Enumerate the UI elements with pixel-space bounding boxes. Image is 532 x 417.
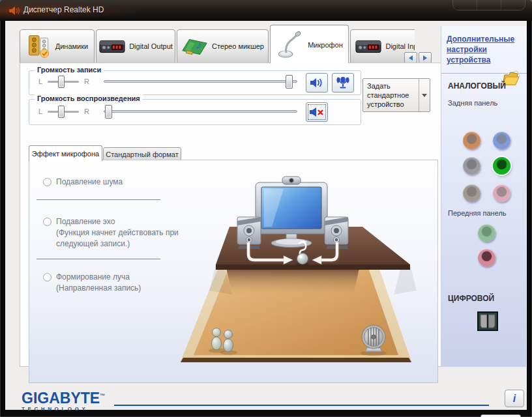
front-pink-jack[interactable]	[478, 249, 495, 266]
rear-panel-label: Задняя панель	[448, 99, 497, 107]
mic-effect-panel: Подавление шума Подавление эхо (Функция …	[29, 160, 438, 383]
gigabyte-logo: GIGABYTE™ TECHNOLOGY	[22, 389, 113, 412]
rear-blue-jack[interactable]	[493, 132, 510, 149]
brand-text: GIGABYTE	[22, 390, 100, 407]
minimize-button[interactable]	[453, 0, 477, 10]
arrow-right-icon	[423, 55, 427, 61]
rear-gray-jack[interactable]	[463, 157, 480, 175]
app-speaker-icon	[8, 6, 20, 16]
footer-divider-line	[114, 405, 489, 406]
content-area: Динамики Digital Output	[5, 21, 527, 410]
arrow-left-icon	[409, 55, 413, 61]
subtab-mic-effect[interactable]: Эффект микрофона	[29, 145, 102, 161]
tab-scroll-right-button[interactable]	[419, 52, 432, 63]
tab-microphone[interactable]: Микрофон	[270, 25, 349, 63]
subtab-label: Стандартный формат	[106, 151, 178, 158]
close-button[interactable]	[501, 0, 525, 10]
title-bar[interactable]: Диспетчер Realtek HD	[0, 0, 532, 21]
tab-scroll-left-button[interactable]	[404, 52, 417, 63]
window-title: Диспетчер Realtek HD	[23, 5, 104, 14]
room-illustration	[29, 160, 437, 382]
chevron-down-icon	[422, 94, 427, 97]
subtab-default-format[interactable]: Стандартный формат	[103, 147, 181, 161]
ok-button[interactable]: OK	[480, 414, 521, 417]
digital-input-icon	[355, 33, 382, 59]
speaker-waves-icon	[310, 77, 324, 89]
connector-sidebar: Дополнительные настройки устройства АНАЛ…	[441, 26, 526, 367]
tab-label: Стерео микшер	[212, 42, 264, 50]
tab-label: Digital Input	[385, 42, 415, 50]
group-title: Громкость записи	[35, 66, 104, 74]
recording-balance-slider[interactable]	[48, 81, 79, 83]
playback-monitor-button[interactable]	[306, 73, 328, 93]
rear-green-jack[interactable]	[493, 157, 510, 175]
set-default-label: Задать стандартное устройство	[363, 79, 419, 111]
device-advanced-settings-link[interactable]: Дополнительные настройки устройства	[447, 34, 520, 65]
tab-digital-output[interactable]: Digital Output	[96, 29, 175, 63]
set-default-device-button[interactable]: Задать стандартное устройство	[362, 78, 430, 112]
realtek-hd-manager-window: Диспетчер Realtek HD	[0, 0, 532, 417]
volume-thumb[interactable]	[105, 105, 112, 119]
tab-speakers[interactable]: Динамики	[20, 29, 95, 63]
playback-volume-slider[interactable]	[104, 110, 297, 113]
subtab-label: Эффект микрофона	[32, 150, 99, 158]
volume-thumb[interactable]	[286, 75, 293, 89]
mute-speaker-icon	[309, 106, 325, 118]
brand-subtext: TECHNOLOGY	[22, 406, 113, 412]
set-default-dropdown[interactable]	[419, 79, 430, 111]
right-channel-label: R	[84, 78, 89, 85]
trademark: ™	[100, 393, 105, 399]
playback-balance-slider[interactable]	[48, 111, 79, 113]
tab-scroll-buttons	[404, 52, 432, 63]
tab-label: Динамики	[55, 42, 88, 50]
front-panel-label: Передняя панель	[448, 209, 507, 217]
device-tab-strip: Динамики Digital Output	[20, 25, 415, 63]
analog-section-title: АНАЛОГОВЫЙ	[448, 81, 506, 91]
mic-boost-icon	[336, 76, 350, 89]
recording-volume-slider[interactable]	[104, 80, 297, 83]
speakers-icon	[26, 33, 52, 59]
info-icon: i	[513, 393, 516, 405]
tab-stereo-mixer[interactable]: ♪ Стерео микшер	[177, 29, 269, 63]
microphone-icon	[276, 31, 304, 59]
caption-button-group	[452, 0, 525, 10]
digital-section-title: ЦИФРОВОЙ	[448, 294, 494, 303]
spdif-port-icon[interactable]	[477, 311, 498, 331]
tab-label: Микрофон	[308, 41, 343, 49]
balance-thumb[interactable]	[58, 106, 65, 118]
balance-thumb[interactable]	[58, 76, 65, 88]
left-channel-label: L	[38, 78, 42, 85]
mic-boost-button[interactable]	[332, 73, 354, 93]
playback-volume-group: Громкость воспроизведения L R	[29, 99, 361, 125]
rear-gray2-jack[interactable]	[463, 184, 480, 202]
info-button[interactable]: i	[505, 390, 524, 407]
right-channel-label: R	[84, 108, 89, 115]
mute-button[interactable]	[306, 102, 328, 122]
recording-volume-group: Громкость записи L R	[29, 70, 361, 95]
group-title: Громкость воспроизведения	[35, 94, 143, 102]
rear-orange-jack[interactable]	[463, 132, 480, 149]
digital-output-icon	[98, 33, 126, 59]
front-green-jack[interactable]	[478, 224, 495, 242]
stereo-mixer-icon: ♪	[181, 33, 209, 59]
rear-pink-jack[interactable]	[493, 184, 510, 202]
left-channel-label: L	[38, 108, 42, 115]
maximize-button[interactable]	[477, 0, 501, 10]
tab-label: Digital Output	[129, 42, 173, 50]
